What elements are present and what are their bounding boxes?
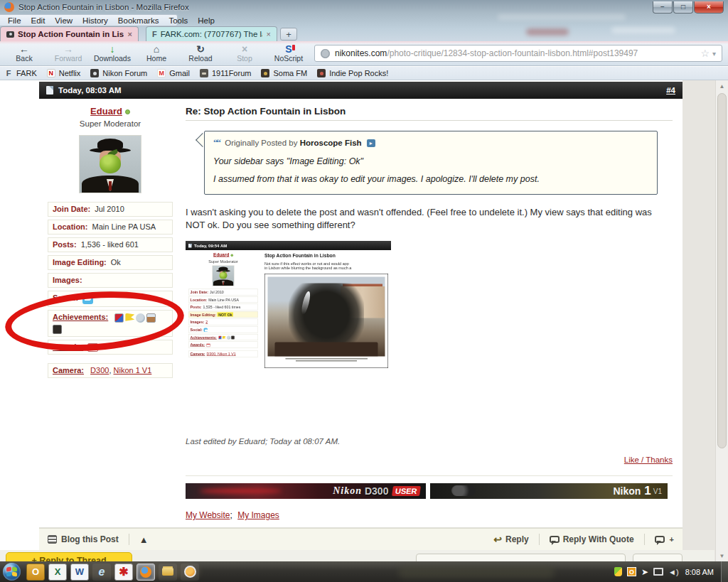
tab-close-icon[interactable]: ×: [267, 30, 271, 38]
like-thanks-link[interactable]: Like / Thanks: [624, 456, 673, 464]
view-post-icon[interactable]: ▸: [367, 139, 375, 147]
my-website-link[interactable]: My Website: [186, 510, 230, 520]
tab-fark[interactable]: F FARK.com: (7707767) The latest: Bost..…: [146, 26, 277, 41]
blog-this-post-button[interactable]: Blog this Post: [48, 534, 119, 544]
award-icon[interactable]: [87, 343, 98, 352]
back-button[interactable]: ← Back: [6, 44, 43, 63]
achievement-globe-icon[interactable]: [136, 313, 145, 323]
post-timestamp: Today, 08:03 AM: [58, 86, 122, 95]
profile-row-achievements: Achievements:: [48, 310, 173, 337]
scrollbar-thumb[interactable]: [717, 93, 727, 448]
firefox-logo-icon: [140, 566, 151, 578]
somafm-favicon-icon: [261, 69, 269, 77]
tray-outlook-icon[interactable]: O: [627, 567, 636, 576]
menu-history[interactable]: History: [77, 16, 113, 25]
bookmark-star-icon[interactable]: ☆: [700, 48, 710, 59]
taskbar-outlook-icon[interactable]: O: [26, 564, 45, 581]
tab-stop-action-fountain[interactable]: Stop Action Fountain in Lisbon ×: [0, 26, 139, 41]
achievement-photo-icon[interactable]: [146, 313, 156, 323]
downloads-button[interactable]: ↓ Downloads: [94, 44, 131, 63]
scroll-down-icon[interactable]: ▼: [716, 550, 728, 561]
menu-tools[interactable]: Tools: [164, 16, 193, 25]
bookmark-soma-fm[interactable]: Soma FM: [261, 69, 307, 77]
maximize-button[interactable]: □: [673, 1, 693, 14]
signature-links: My Website; My Images: [186, 510, 673, 520]
menu-help[interactable]: Help: [193, 16, 220, 25]
tray-network-icon[interactable]: [653, 568, 663, 576]
taskbar-excel-icon[interactable]: X: [48, 564, 67, 581]
start-button[interactable]: [3, 563, 21, 581]
user-title: Super Moderator: [48, 119, 173, 128]
reply-button[interactable]: ↩Reply: [493, 534, 528, 545]
taskbar-word-icon[interactable]: W: [70, 564, 89, 581]
multi-quote-button[interactable]: +: [655, 535, 674, 544]
embedded-user-sidebar: Eduard Super Moderator Join Date:Jul 201…: [186, 250, 261, 371]
pager-button[interactable]: [633, 554, 682, 561]
taskbar-red-app-icon[interactable]: ✱: [114, 564, 133, 581]
signature-banners: NikonD300USER Nikon1V1: [186, 475, 673, 499]
taskbar-media-player-icon[interactable]: [181, 564, 199, 581]
fark-favicon-icon: F: [4, 69, 13, 77]
achievement-flag-icon[interactable]: [125, 313, 134, 323]
post-body-text: I wasn't asking you to delete the post a…: [186, 206, 660, 231]
pager-button[interactable]: [416, 554, 626, 561]
twitter-icon: [204, 328, 208, 332]
reload-button[interactable]: ↻ Reload: [182, 44, 219, 63]
post-number-link[interactable]: #4: [666, 86, 675, 95]
taskbar-explorer-icon[interactable]: [159, 564, 177, 581]
embedded-row: Join Date:Jul 2010: [188, 289, 258, 296]
vertical-scrollbar[interactable]: ▲ ▼: [715, 80, 728, 561]
taskbar-clock[interactable]: 8:08 AM: [685, 568, 714, 576]
reply-arrow-icon: ↩: [493, 534, 502, 545]
url-bar[interactable]: nikonites.com /photo-critique/12834-stop…: [314, 45, 722, 62]
reply-to-thread-button[interactable]: + Reply to Thread: [6, 552, 132, 561]
firefox-logo-icon: [4, 2, 14, 12]
forward-button[interactable]: → Forward: [50, 44, 87, 63]
taskbar-internet-explorer-icon[interactable]: e: [92, 564, 111, 581]
menu-file[interactable]: File: [3, 16, 26, 25]
home-button[interactable]: ⌂ Home: [138, 44, 175, 63]
quoted-author: Horoscope Fish: [300, 139, 362, 147]
menubar: File Edit View History Bookmarks Tools H…: [0, 14, 178, 26]
close-button[interactable]: ×: [694, 1, 724, 14]
noscript-button[interactable]: S NoScript: [270, 44, 307, 63]
twitter-icon[interactable]: [82, 293, 93, 304]
tray-shield-icon[interactable]: [614, 567, 622, 576]
divider: [129, 534, 129, 545]
achievement-icon[interactable]: [114, 313, 124, 323]
menu-edit[interactable]: Edit: [26, 16, 50, 25]
bookmark-gmail[interactable]: MGmail: [157, 69, 190, 77]
minimize-button[interactable]: −: [653, 1, 673, 14]
camera-nikon1v1-link[interactable]: Nikon 1 V1: [114, 366, 152, 374]
my-images-link[interactable]: My Images: [237, 510, 279, 520]
new-tab-button[interactable]: +: [280, 28, 297, 41]
achievement-icon[interactable]: [53, 325, 62, 334]
bookmark-1911forum[interactable]: 1911Forum: [200, 69, 251, 77]
bookmark-nikon-forum[interactable]: Nikon Forum: [90, 69, 147, 77]
show-desktop-button[interactable]: [721, 561, 728, 582]
reply-with-quote-button[interactable]: Reply With Quote: [550, 534, 634, 544]
post-content: Re: Stop Action Fountain in Lisbon ““ Or…: [178, 99, 682, 527]
url-dropdown-icon[interactable]: ▾: [712, 50, 716, 58]
blog-icon: [48, 535, 57, 544]
report-post-icon[interactable]: ▲: [139, 534, 149, 545]
camera-d300-link[interactable]: D300: [90, 366, 109, 374]
windows-flag-icon: [6, 572, 11, 577]
taskbar-firefox-icon-active[interactable]: [136, 564, 155, 581]
menu-view[interactable]: View: [50, 16, 77, 25]
bookmark-indie-pop-rocks[interactable]: Indie Pop Rocks!: [317, 69, 388, 77]
username-link[interactable]: Eduard: [48, 106, 173, 117]
tab-close-icon[interactable]: ×: [128, 30, 132, 38]
tray-volume-icon[interactable]: ◄): [668, 568, 679, 576]
bookmark-fark[interactable]: FFARK: [4, 69, 37, 77]
bookmark-netflix[interactable]: NNetflix: [47, 69, 81, 77]
profile-row-social: Social:: [48, 291, 173, 307]
embedded-screenshot-attachment[interactable]: Today, 09:54 AM Eduard Super Moderator: [186, 241, 391, 389]
embedded-row-image-editing-highlighted: Image Editing:NOT Ok: [188, 311, 258, 318]
stop-button[interactable]: × Stop: [226, 44, 263, 63]
avatar[interactable]: [79, 135, 141, 193]
titlebar[interactable]: Stop Action Fountain in Lisbon - Mozilla…: [0, 0, 728, 14]
scroll-up-icon[interactable]: ▲: [716, 80, 728, 92]
menu-bookmarks[interactable]: Bookmarks: [113, 16, 164, 25]
quote-bubble-icon: [655, 536, 665, 543]
